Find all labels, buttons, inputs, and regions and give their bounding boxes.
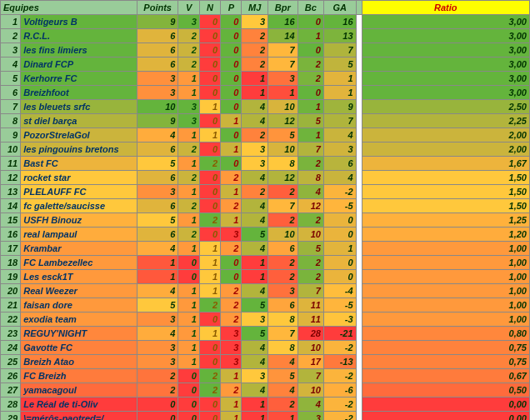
cell-bpr: 10 xyxy=(268,228,298,242)
cell-n: 1 xyxy=(199,327,220,341)
team-name: Bast FC xyxy=(21,157,138,171)
cell-p: 2 xyxy=(221,284,242,298)
cell-bc: 0 xyxy=(298,15,323,29)
cell-p: 1 xyxy=(221,185,242,199)
cell-n: 2 xyxy=(199,298,220,312)
cell-bc: 2 xyxy=(298,58,323,72)
cell-bpr: 8 xyxy=(268,157,298,171)
table-row: 10les pingouins bretons6201310732,00 xyxy=(1,142,530,157)
cell-p: 2 xyxy=(221,242,242,256)
cell-mj: 4 xyxy=(242,171,268,185)
cell-bc: 2 xyxy=(298,213,323,228)
cell-ga: 7 xyxy=(323,43,356,58)
cell-ratio: 3,00 xyxy=(362,72,529,86)
cell-ratio: 0,80 xyxy=(362,327,529,341)
cell-ga: 1 xyxy=(323,72,356,86)
cell-n: 2 xyxy=(199,383,220,398)
cell-bpr: 16 xyxy=(268,15,298,29)
cell-ratio: 1,00 xyxy=(362,256,529,270)
cell-ga: -13 xyxy=(323,355,356,369)
cell-ga: -3 xyxy=(323,312,356,327)
table-row: 26FC Breizh2021357-20,67 xyxy=(1,369,530,383)
cell-n: 1 xyxy=(199,242,220,256)
cell-bpr: 10 xyxy=(268,142,298,157)
team-name: exodia team xyxy=(21,312,138,327)
cell-ratio: 1,50 xyxy=(362,171,529,185)
cell-ga: 5 xyxy=(323,58,356,72)
cell-ga: 0 xyxy=(323,213,356,228)
cell-ga: -4 xyxy=(323,284,356,298)
row-index: 25 xyxy=(1,355,21,369)
cell-bc: 2 xyxy=(298,256,323,270)
team-name: Les esck1T xyxy=(21,270,138,284)
team-name: \=mérôs-paotred=/ xyxy=(21,412,138,421)
cell-bpr: 1 xyxy=(268,86,298,100)
cell-v: 2 xyxy=(178,142,199,157)
col-equipes: Equipes xyxy=(1,1,138,15)
cell-v: 1 xyxy=(178,185,199,199)
team-name: PLELAUFF FC xyxy=(21,185,138,199)
team-name: USFH Binouz xyxy=(21,213,138,228)
cell-v: 1 xyxy=(178,355,199,369)
cell-ga: 0 xyxy=(323,256,356,270)
cell-bc: 10 xyxy=(298,341,323,355)
cell-n: 0 xyxy=(199,29,220,43)
cell-ratio: 0,67 xyxy=(362,369,529,383)
cell-bc: 5 xyxy=(298,114,323,128)
row-index: 28 xyxy=(1,398,21,412)
table-row: 28 Le Réal de ti-Oliv0001124-20,00 xyxy=(1,398,530,412)
cell-points: 6 xyxy=(137,142,178,157)
table-row: 18FC Lambezellec101012201,00 xyxy=(1,256,530,270)
table-row: 14fc galette/saucisse62024712-51,50 xyxy=(1,199,530,213)
row-index: 24 xyxy=(1,341,21,355)
cell-points: 9 xyxy=(137,15,178,29)
cell-mj: 4 xyxy=(242,383,268,398)
table-row: 25Breizh Atao31034417-130,75 xyxy=(1,355,530,369)
cell-n: 1 xyxy=(199,100,220,114)
row-index: 3 xyxy=(1,43,21,58)
cell-ga: 0 xyxy=(323,228,356,242)
cell-bc: 17 xyxy=(298,355,323,369)
cell-bc: 0 xyxy=(298,43,323,58)
col-p: P xyxy=(221,1,242,15)
cell-ga: 4 xyxy=(323,128,356,142)
cell-v: 0 xyxy=(178,412,199,421)
row-index: 11 xyxy=(1,157,21,171)
cell-points: 2 xyxy=(137,383,178,398)
cell-v: 1 xyxy=(178,284,199,298)
cell-ratio: 3,00 xyxy=(362,29,529,43)
row-index: 17 xyxy=(1,242,21,256)
cell-n: 2 xyxy=(199,157,220,171)
header-row: Equipes Points V N P MJ Bpr Bc GA Ratio xyxy=(1,1,530,15)
row-index: 19 xyxy=(1,270,21,284)
cell-ratio: 1,50 xyxy=(362,199,529,213)
cell-mj: 2 xyxy=(242,29,268,43)
cell-bpr: 4 xyxy=(268,355,298,369)
table-row: 21faisan dore51225611-51,00 xyxy=(1,298,530,312)
cell-ratio: 2,00 xyxy=(362,142,529,157)
cell-mj: 4 xyxy=(242,242,268,256)
cell-bc: 5 xyxy=(298,242,323,256)
cell-mj: 5 xyxy=(242,298,268,312)
row-index: 22 xyxy=(1,312,21,327)
cell-v: 2 xyxy=(178,199,199,213)
cell-mj: 4 xyxy=(242,355,268,369)
cell-bpr: 14 xyxy=(268,29,298,43)
cell-bc: 12 xyxy=(298,199,323,213)
table-row: 15USFH Binouz512142201,25 xyxy=(1,213,530,228)
team-name: st diel barça xyxy=(21,114,138,128)
team-name: FC Lambezellec xyxy=(21,256,138,270)
row-index: 16 xyxy=(1,228,21,242)
cell-v: 1 xyxy=(178,312,199,327)
cell-n: 0 xyxy=(199,355,220,369)
cell-ratio: 2,00 xyxy=(362,128,529,142)
cell-v: 1 xyxy=(178,341,199,355)
cell-p: 3 xyxy=(221,341,242,355)
cell-p: 2 xyxy=(221,199,242,213)
cell-bpr: 2 xyxy=(268,398,298,412)
cell-points: 0 xyxy=(137,398,178,412)
table-row: 19Les esck1T101012201,00 xyxy=(1,270,530,284)
cell-points: 1 xyxy=(137,256,178,270)
cell-v: 2 xyxy=(178,228,199,242)
cell-v: 3 xyxy=(178,100,199,114)
